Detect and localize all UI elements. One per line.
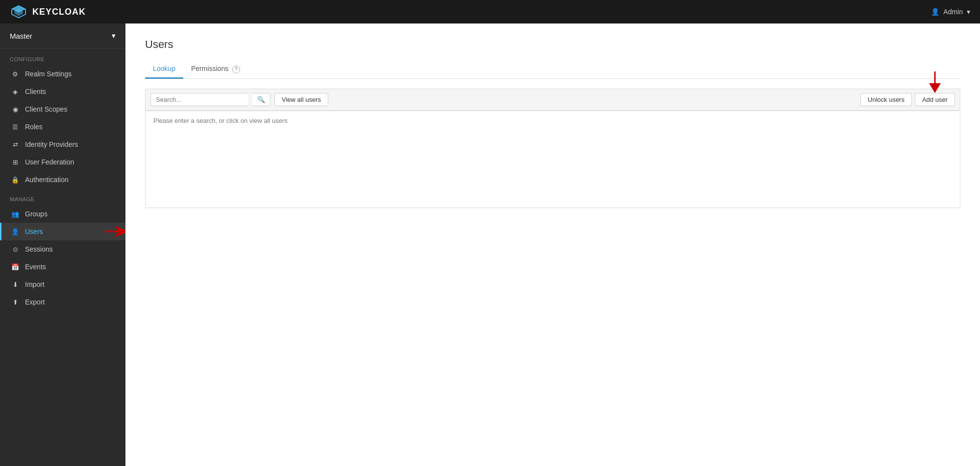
permissions-help-icon[interactable]: ? (232, 66, 240, 73)
add-user-wrapper: Add user (915, 93, 955, 106)
groups-icon: 👥 (11, 210, 19, 218)
events-icon: 📅 (11, 263, 19, 271)
admin-chevron-icon: ▾ (967, 8, 970, 16)
search-button[interactable]: 🔍 (252, 93, 270, 106)
admin-menu[interactable]: 👤 Admin ▾ (931, 8, 970, 16)
search-input[interactable] (150, 93, 248, 106)
realm-name: Master (10, 32, 32, 40)
roles-icon: ☰ (11, 123, 19, 131)
sidebar-item-label: Sessions (25, 245, 53, 253)
toolbar: 🔍 View all users Unlock users (145, 89, 960, 110)
tab-permissions[interactable]: Permissions ? (183, 61, 248, 79)
sidebar-item-label: Client Scopes (25, 105, 67, 113)
configure-section-label: Configure (0, 48, 125, 65)
clients-icon: ◈ (11, 88, 19, 95)
brand-label: KEYCLOAK (32, 7, 86, 17)
svg-marker-6 (929, 83, 941, 93)
toolbar-right: Unlock users Add user (860, 93, 955, 106)
sidebar-item-import[interactable]: ⬇ Import (0, 276, 125, 293)
sidebar-item-label: Users (25, 228, 43, 235)
identity-providers-icon: ⇄ (11, 140, 19, 148)
sidebar-item-label: Roles (25, 123, 43, 131)
sidebar-item-user-federation[interactable]: ⊞ User Federation (0, 153, 125, 171)
sidebar-item-clients[interactable]: ◈ Clients (0, 83, 125, 100)
user-icon: 👤 (931, 8, 939, 16)
svg-marker-3 (115, 226, 125, 237)
sidebar-item-sessions[interactable]: ⊙ Sessions (0, 240, 125, 258)
svg-marker-2 (12, 6, 25, 13)
sidebar-item-roles[interactable]: ☰ Roles (0, 118, 125, 136)
sidebar-item-client-scopes[interactable]: ◉ Client Scopes (0, 100, 125, 118)
sidebar-item-label: Authentication (25, 176, 69, 184)
authentication-icon: 🔒 (11, 176, 19, 184)
user-federation-icon: ⊞ (11, 158, 19, 166)
sidebar-item-identity-providers[interactable]: ⇄ Identity Providers (0, 136, 125, 153)
export-icon: ⬆ (11, 298, 19, 306)
sidebar: Master ▾ Configure ⚙ Realm Settings ◈ Cl… (0, 23, 125, 466)
add-user-button[interactable]: Add user (915, 93, 955, 106)
brand: KEYCLOAK (10, 5, 86, 19)
sidebar-item-label: Events (25, 263, 46, 271)
import-icon: ⬇ (11, 280, 19, 288)
sidebar-item-events[interactable]: 📅 Events (0, 258, 125, 276)
users-arrow-annotation (105, 225, 125, 238)
sidebar-item-authentication[interactable]: 🔒 Authentication (0, 171, 125, 188)
keycloak-logo-icon (10, 5, 27, 19)
unlock-users-button[interactable]: Unlock users (860, 93, 912, 106)
tab-lookup[interactable]: Lookup (145, 61, 183, 79)
sidebar-item-label: Identity Providers (25, 140, 78, 148)
view-all-users-button[interactable]: View all users (274, 93, 328, 106)
sessions-icon: ⊙ (11, 245, 19, 253)
manage-section-label: Manage (0, 188, 125, 205)
empty-message: Please enter a search, or click on view … (146, 111, 960, 130)
client-scopes-icon: ◉ (11, 105, 19, 113)
realm-selector[interactable]: Master ▾ (0, 23, 125, 48)
sidebar-item-realm-settings[interactable]: ⚙ Realm Settings (0, 65, 125, 83)
sidebar-item-label: Realm Settings (25, 70, 72, 78)
main-layout: Master ▾ Configure ⚙ Realm Settings ◈ Cl… (0, 23, 980, 466)
navbar: KEYCLOAK 👤 Admin ▾ (0, 0, 980, 23)
admin-label: Admin (943, 8, 963, 16)
sidebar-item-label: Export (25, 298, 45, 306)
table-area: Please enter a search, or click on view … (145, 110, 960, 208)
users-icon: 👤 (11, 228, 19, 235)
sidebar-item-export[interactable]: ⬆ Export (0, 293, 125, 311)
realm-settings-icon: ⚙ (11, 70, 19, 78)
toolbar-left: 🔍 View all users (150, 93, 328, 106)
page-title: Users (145, 38, 960, 51)
sidebar-item-label: Clients (25, 88, 46, 95)
sidebar-item-label: Import (25, 280, 45, 288)
sidebar-item-label: Groups (25, 210, 48, 218)
sidebar-item-users[interactable]: 👤 Users (0, 223, 125, 240)
sidebar-item-groups[interactable]: 👥 Groups (0, 205, 125, 223)
main-content: Users Lookup Permissions ? 🔍 View al (125, 23, 980, 466)
realm-chevron-icon: ▾ (112, 31, 116, 40)
sidebar-item-label: User Federation (25, 158, 74, 166)
tabs: Lookup Permissions ? (145, 61, 960, 79)
search-icon: 🔍 (257, 96, 265, 103)
toolbar-wrapper: 🔍 View all users Unlock users (145, 89, 960, 208)
